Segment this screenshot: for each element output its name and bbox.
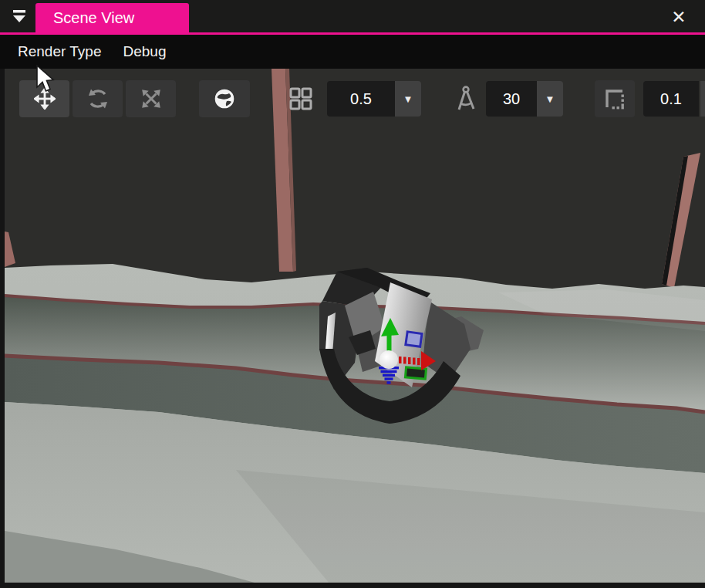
menu-bar: Render Type Debug [0,35,705,69]
rotate-icon [86,88,110,110]
compass-icon [453,85,479,113]
tab-list-button[interactable] [5,3,34,31]
scale-snap-dropdown[interactable]: ▼ [700,81,705,117]
chevron-down-icon: ▼ [403,93,413,105]
tab-scene-view[interactable]: Scene View [35,3,189,32]
corner-snap-icon [602,86,627,111]
tab-list-chevron-icon [10,8,29,25]
angle-snap-toggle[interactable] [447,82,484,116]
scale-snap-toggle[interactable] [595,80,635,117]
gizmo-center-handle[interactable] [379,350,398,369]
window-bottom-border [0,583,705,588]
close-button[interactable]: ✕ [665,5,693,29]
scale-snap-value: 0.1 [660,90,682,108]
chevron-down-icon: ▼ [545,93,555,105]
angle-snap-value: 30 [503,90,520,108]
angle-snap-field[interactable]: 30 [486,81,537,117]
grid-snap-value: 0.5 [350,90,372,108]
close-icon: ✕ [671,7,686,27]
menu-debug[interactable]: Debug [112,43,177,60]
menu-render-type[interactable]: Render Type [7,43,112,60]
scene-viewport[interactable] [5,69,705,583]
scale-tool-button[interactable] [126,80,176,117]
scene-render [5,69,705,583]
angle-snap-dropdown[interactable]: ▼ [537,81,563,117]
scene-view-window: { "tab_bar": { "active_tab": "Scene View… [0,0,705,588]
rotate-tool-button[interactable] [73,80,123,117]
globe-icon [213,87,236,110]
tab-label: Scene View [53,9,134,26]
scale-snap-field[interactable]: 0.1 [643,81,699,117]
grid-snap-field[interactable]: 0.5 [327,81,395,117]
world-space-button[interactable] [199,80,250,117]
gizmo-plane-handle-blue[interactable] [406,332,422,346]
mouse-cursor [35,65,56,94]
grid-snap-toggle[interactable] [285,82,316,116]
grid-snap-dropdown[interactable]: ▼ [395,81,421,117]
grid-icon [288,86,313,111]
scale-icon [140,88,162,110]
